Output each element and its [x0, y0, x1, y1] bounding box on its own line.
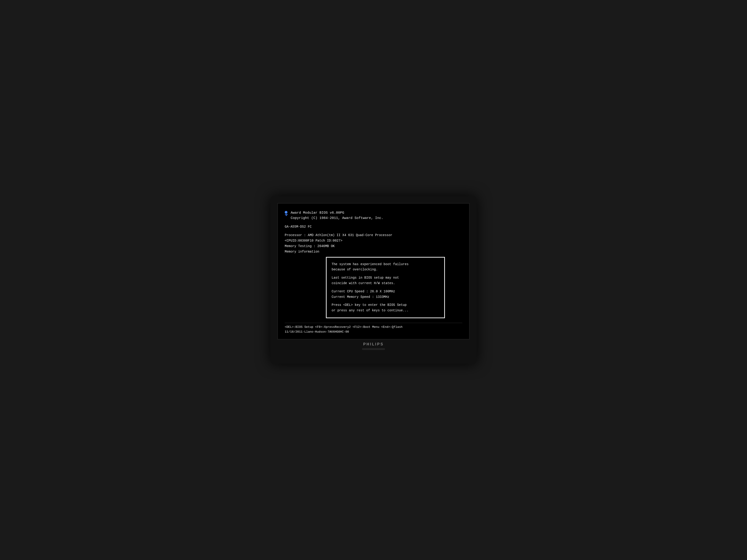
award-arrow	[285, 214, 288, 216]
award-dot	[285, 211, 287, 214]
cpuid-line: <CPUID:00300F10 Patch ID:0027>	[285, 238, 462, 244]
shortcut-keys: <DEL>:BIOS Setup <F9>:XpressRecovery2 <F…	[285, 325, 462, 330]
dialog-para4: Press <DEL> key to enter the BIOS Setup …	[332, 302, 439, 313]
monitor-brand: PHILIPS	[277, 342, 470, 346]
bios-screen: Award Modular BIOS v6.00PG Copyright (C)…	[277, 203, 470, 339]
dialog-line7: Press <DEL> key to enter the BIOS Setup	[332, 303, 407, 307]
bios-content: Award Modular BIOS v6.00PG Copyright (C)…	[285, 210, 462, 318]
processor-label: Processor	[285, 233, 302, 237]
memory-info-line: Memory information	[285, 249, 462, 255]
processor-value: AMD Athlon(tm) II X4 631 Quad-Core Proce…	[308, 233, 392, 237]
bottom-bar: <DEL>:BIOS Setup <F9>:XpressRecovery2 <F…	[285, 323, 462, 335]
bios-title: Award Modular BIOS v6.00PG Copyright (C)…	[291, 210, 383, 221]
system-info: Processor : AMD Athlon(tm) II X4 631 Qua…	[285, 233, 462, 255]
dialog-para3: Current CPU Speed : 26.0 X 100MHz Curren…	[332, 289, 439, 300]
dialog-text: The system has experienced boot failures…	[332, 262, 439, 313]
board-info: GA-A55M-DS2 FC	[285, 225, 462, 229]
dialog-line4: coincide with current H/W states.	[332, 282, 395, 285]
dialog-para2: Last settings in BIOS setup may not coin…	[332, 275, 439, 286]
memory-test-line: Memory Testing : 2046MB OK	[285, 244, 462, 249]
bios-title-line2: Copyright (C) 1984-2011, Award Software,…	[291, 216, 383, 221]
dialog-line5: Current CPU Speed : 26.0 X 100MHz	[332, 290, 395, 293]
monitor-stand	[362, 348, 385, 350]
dialog-para1: The system has experienced boot failures…	[332, 262, 439, 273]
dialog-line8: or press any rest of keys to continue...	[332, 309, 409, 312]
award-icon	[285, 211, 289, 216]
processor-line: Processor : AMD Athlon(tm) II X4 631 Qua…	[285, 233, 462, 238]
bios-header: Award Modular BIOS v6.00PG Copyright (C)…	[285, 210, 462, 221]
boot-failure-dialog: The system has experienced boot failures…	[326, 257, 445, 318]
bios-title-line1: Award Modular BIOS v6.00PG	[291, 210, 383, 216]
bios-date-string: 11/18/2011-Llano-Hudson-7A66HG0HC-00	[285, 330, 462, 335]
dialog-line6: Current Memory Speed : 1333MHz	[332, 295, 389, 299]
dialog-line3: Last settings in BIOS setup may not	[332, 276, 399, 279]
dialog-line1: The system has experienced boot failures	[332, 262, 409, 266]
monitor-frame: Award Modular BIOS v6.00PG Copyright (C)…	[271, 196, 476, 364]
dialog-line2: because of overclocking.	[332, 268, 378, 271]
bottom-bar-text: <DEL>:BIOS Setup <F9>:XpressRecovery2 <F…	[285, 325, 462, 335]
